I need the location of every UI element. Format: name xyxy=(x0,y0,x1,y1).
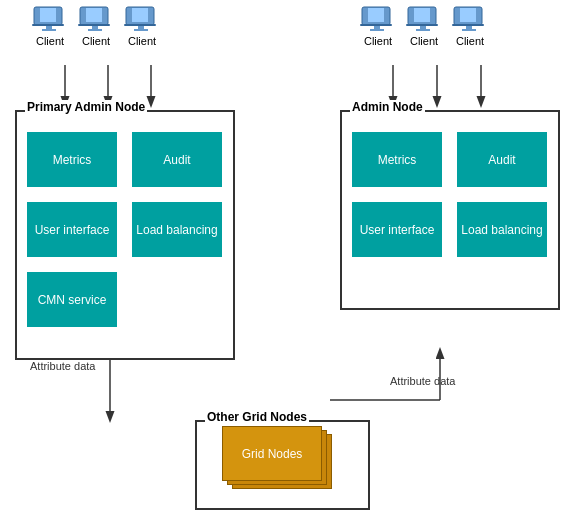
client-group-left: Client Client Client xyxy=(32,5,160,47)
svg-rect-17 xyxy=(88,29,102,31)
user-interface-service-right: User interface xyxy=(352,202,442,257)
client-label-left-1: Client xyxy=(36,35,64,47)
svg-rect-25 xyxy=(368,8,384,22)
svg-rect-37 xyxy=(462,29,476,31)
attribute-data-label-left: Attribute data xyxy=(30,360,95,372)
svg-rect-20 xyxy=(132,8,148,22)
client-label-left-2: Client xyxy=(82,35,110,47)
audit-service-left: Audit xyxy=(132,132,222,187)
client-label-left-3: Client xyxy=(128,35,156,47)
client-label-right-3: Client xyxy=(456,35,484,47)
svg-rect-23 xyxy=(124,24,156,26)
svg-rect-27 xyxy=(370,29,384,31)
load-balancing-service-right: Load balancing xyxy=(457,202,547,257)
cmn-service: CMN service xyxy=(27,272,117,327)
client-left-3: Client xyxy=(124,5,160,47)
svg-rect-12 xyxy=(42,29,56,31)
other-grid-nodes-title: Other Grid Nodes xyxy=(205,410,309,424)
svg-rect-30 xyxy=(414,8,430,22)
primary-admin-node: Primary Admin Node Metrics Audit User in… xyxy=(15,110,235,360)
svg-rect-35 xyxy=(460,8,476,22)
svg-rect-18 xyxy=(78,24,110,26)
svg-rect-33 xyxy=(406,24,438,26)
client-label-right-2: Client xyxy=(410,35,438,47)
svg-rect-13 xyxy=(32,24,64,26)
svg-rect-32 xyxy=(416,29,430,31)
svg-rect-15 xyxy=(86,8,102,22)
svg-rect-38 xyxy=(452,24,484,26)
client-right-1: Client xyxy=(360,5,396,47)
admin-node-title: Admin Node xyxy=(350,100,425,114)
client-right-3: Client xyxy=(452,5,488,47)
svg-rect-22 xyxy=(134,29,148,31)
audit-service-right: Audit xyxy=(457,132,547,187)
client-left-1: Client xyxy=(32,5,68,47)
svg-rect-10 xyxy=(40,8,56,22)
admin-node: Admin Node Metrics Audit User interface … xyxy=(340,110,560,310)
grid-nodes-label: Grid Nodes xyxy=(242,447,303,461)
client-right-2: Client xyxy=(406,5,442,47)
other-grid-nodes: Other Grid Nodes Grid Nodes xyxy=(195,420,370,510)
load-balancing-service-left: Load balancing xyxy=(132,202,222,257)
client-label-right-1: Client xyxy=(364,35,392,47)
client-group-right: Client Client Client xyxy=(360,5,488,47)
attribute-data-label-right: Attribute data xyxy=(390,375,455,387)
client-left-2: Client xyxy=(78,5,114,47)
metrics-service-left: Metrics xyxy=(27,132,117,187)
svg-rect-28 xyxy=(360,24,392,26)
metrics-service-right: Metrics xyxy=(352,132,442,187)
primary-admin-node-title: Primary Admin Node xyxy=(25,100,147,114)
user-interface-service-left: User interface xyxy=(27,202,117,257)
diagram: Client Client Client xyxy=(0,0,572,530)
